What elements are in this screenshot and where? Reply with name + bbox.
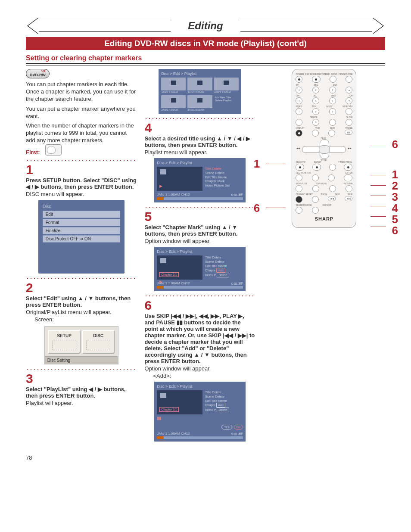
disc-menu-screenshot: Disc Edit Format Finalize Disc Protect O… <box>38 200 125 274</box>
step-4-number: 4 <box>144 121 255 134</box>
step-3-instruction: Select "PlayList" using ◀ / ▶ buttons, t… <box>26 386 137 399</box>
first-label: First: <box>26 149 40 156</box>
step-5-instruction: Select "Chapter Mark" using ▲ / ▼ button… <box>144 224 255 237</box>
step-5-result: Option window will appear. <box>144 238 255 244</box>
step-6-instruction: Use SKIP |◀◀ / ▶▶|, ◀◀, ▶▶, PLAY ▶, and … <box>144 313 255 364</box>
step-1-instruction: Press SETUP button. Select "DISC" using … <box>26 177 137 190</box>
playlist-grid-screenshot: Disc > Edit > Playlist JAN/1 1:00AM JAN/… <box>159 69 241 114</box>
setup-disc-screenshot: SETUP DISC Disc Setting <box>44 326 118 364</box>
step-1-result: DISC menu will appear. <box>26 191 137 197</box>
step-6-panel: Disc > Edit > Playlist Chapter 1/1 Title… <box>154 382 246 442</box>
step-2-instruction: Select "Edit" using ▲ / ▼ buttons, then … <box>26 295 137 308</box>
page-title: Editing <box>171 20 240 32</box>
step-6-result: Option window will appear. <box>144 365 255 372</box>
step-4-result: Playlist menu will appear. <box>144 149 255 156</box>
step-6-add-label: <Add>: <box>144 373 255 379</box>
callout-right-6: 6 <box>392 138 398 151</box>
subheading: Setting or clearing chapter markers <box>26 54 385 63</box>
step-3-result: Playlist will appear. <box>26 400 137 406</box>
screen-label: Screen: <box>26 316 137 323</box>
hand-icon <box>45 144 62 156</box>
step-5-panel: Disc > Edit > Playlist Chapter 1/1▶ Titl… <box>154 247 246 291</box>
step-2-result: Original/PlayList menu will appear. <box>26 309 137 315</box>
step-5-number: 5 <box>144 210 255 223</box>
intro-para-2: You can put a chapter marker anywhere yo… <box>26 106 137 120</box>
step-3-number: 3 <box>26 372 137 385</box>
intro-para-1: You can put chapter markers in each titl… <box>26 81 137 103</box>
step-4-panel: Disc > Edit > Playlist ▶ Title Delete Sc… <box>154 158 246 202</box>
step-6-number: 6 <box>144 299 255 312</box>
callout-left-6: 6 <box>254 202 260 215</box>
page-number: 78 <box>26 454 385 461</box>
dvd-rw-badge: VR DVD-RW <box>26 69 50 78</box>
step-2-number: 2 <box>26 281 137 294</box>
page-title-banner: Editing <box>26 17 385 34</box>
step-1-number: 1 <box>26 163 137 176</box>
section-header: Editing DVD-RW discs in VR mode (Playlis… <box>26 37 385 50</box>
intro-para-3: When the number of chapter markers in th… <box>26 122 137 144</box>
remote-brand: SHARP <box>296 216 352 221</box>
remote-diagram: POWERREC MODE REC SPEEDAUDIOOPEN/CLOSE @… <box>263 69 385 228</box>
step-4-instruction: Select a desired title using ▲ / ▼ / ◀ /… <box>144 135 255 148</box>
callout-left-1: 1 <box>254 157 260 171</box>
callout-right-stack: 1 2 3 4 5 6 <box>392 169 398 236</box>
